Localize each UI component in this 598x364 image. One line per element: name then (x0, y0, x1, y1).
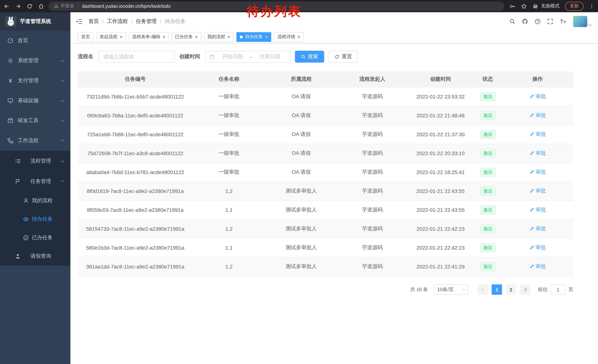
cell-status: 激活 (473, 257, 502, 276)
close-icon[interactable]: × (162, 34, 165, 39)
breadcrumb-task-mgmt[interactable]: 任务管理 (136, 18, 157, 25)
close-icon[interactable]: × (265, 34, 268, 39)
cell-task-name: 1.2 (193, 219, 265, 238)
cell-task-name: 一级审批 (193, 87, 265, 106)
security-warning[interactable]: 不安全 (54, 3, 74, 9)
search-button[interactable]: 搜索 (295, 51, 324, 63)
sidebar-item-my-process[interactable]: 我的流程 (0, 191, 70, 210)
sidebar-item-workflow[interactable]: 工作流程 (0, 131, 70, 151)
cell-starter: 芋道源码 (337, 144, 407, 163)
col-task-id: 任务编号 (78, 72, 193, 87)
warning-icon (54, 4, 58, 8)
breadcrumb-workflow[interactable]: 工作流程 (107, 18, 128, 25)
topbar-actions (509, 16, 591, 27)
cell-task-id: 58154733-7ac8-11ec-a9e2-a2380e71991a (78, 219, 193, 238)
breadcrumb-home[interactable]: 首页 (89, 18, 99, 25)
incognito-icon (532, 3, 538, 9)
edit-icon (529, 132, 534, 137)
close-icon[interactable]: × (298, 34, 300, 39)
table-row: 8f0d1619-7ac8-11ec-a9e2-a2380e71991a 1.2… (78, 182, 573, 201)
sidebar-item-home[interactable]: 首页 (0, 31, 70, 51)
close-icon[interactable]: × (195, 34, 198, 39)
list-icon (15, 158, 21, 164)
bookmark-star-icon[interactable] (521, 3, 527, 9)
fullscreen-icon[interactable] (547, 18, 553, 24)
github-icon[interactable] (522, 18, 528, 24)
workflow-icon (8, 138, 13, 144)
help-icon[interactable] (535, 18, 540, 24)
goto-page-input[interactable] (551, 284, 565, 295)
sidebar-item-task-mgmt[interactable]: 任务管理 (0, 171, 70, 191)
approve-link[interactable]: 审批 (529, 244, 546, 251)
page-size-select[interactable]: 10条/页 (434, 284, 468, 295)
cell-status: 激活 (473, 182, 502, 201)
sidebar-item-devtools[interactable]: 研发工具 (0, 111, 70, 131)
password-key-icon[interactable] (509, 3, 515, 9)
chevron-up-icon (61, 180, 64, 184)
approve-link[interactable]: 审批 (529, 150, 546, 157)
prev-page-button[interactable] (478, 284, 488, 295)
breadcrumb-separator (160, 18, 162, 24)
monitor-icon (8, 98, 13, 104)
page-button-2[interactable]: 2 (506, 284, 516, 295)
process-name-input[interactable] (99, 51, 175, 63)
home-icon[interactable] (38, 3, 44, 9)
cell-task-id: a6aba0a4-7b6d-11ec-b781-acde48001122 (78, 163, 193, 182)
close-icon[interactable]: × (120, 34, 123, 39)
status-badge: 激活 (480, 111, 496, 120)
logo[interactable]: 芋道管理系统 (0, 12, 70, 31)
font-size-icon[interactable] (560, 18, 566, 24)
tab-home[interactable]: 首页 (78, 32, 93, 42)
cell-status: 激活 (473, 87, 502, 106)
date-range-picker[interactable]: 开始日期 - 结束日期 (205, 51, 291, 63)
forward-icon[interactable] (15, 3, 21, 9)
update-button[interactable]: 更新 (565, 2, 583, 11)
table-row: 75d72608-7b7f-11ec-a3c8-acde48001122 一级审… (78, 144, 573, 163)
breadcrumb-separator (131, 18, 133, 24)
sidebar-item-leave-query[interactable]: 请假查询 (0, 247, 70, 266)
start-date-placeholder[interactable]: 开始日期 (216, 53, 249, 60)
page-button-1[interactable]: 1 (492, 284, 502, 295)
approve-link[interactable]: 审批 (529, 207, 546, 213)
tab-start-process[interactable]: 发起流程× (96, 32, 126, 42)
close-icon[interactable]: × (227, 34, 230, 39)
next-page-button[interactable] (520, 284, 530, 295)
approve-link[interactable]: 审批 (529, 226, 546, 232)
approve-link[interactable]: 审批 (529, 188, 546, 194)
search-icon[interactable] (509, 18, 515, 24)
cell-action: 审批 (502, 257, 573, 276)
tab-process-detail[interactable]: 流程详情× (274, 32, 304, 42)
approve-link[interactable]: 审批 (529, 112, 546, 119)
reload-icon[interactable] (27, 3, 33, 9)
browser-menu-icon[interactable] (589, 4, 594, 9)
sidebar-item-infrastructure[interactable]: 基础设施 (0, 91, 70, 111)
chevron-down-icon (61, 118, 64, 122)
tab-form-edit[interactable]: 流程表单-编辑× (129, 32, 169, 42)
logo-title: 芋道管理系统 (20, 18, 51, 25)
tab-done-task[interactable]: 已办任务× (172, 32, 201, 42)
breadcrumb: 首页 工作流程 任务管理 待办任务 (89, 18, 185, 25)
cell-status: 激活 (473, 144, 502, 163)
sidebar-item-system[interactable]: 系统管理 (0, 51, 70, 71)
back-icon[interactable] (4, 3, 10, 9)
edit-icon (529, 170, 534, 175)
sidebar-item-done-task[interactable]: 已办任务 (0, 228, 70, 247)
tab-todo-task[interactable]: 待办任务× (237, 32, 271, 42)
tags-view: 首页 发起流程× 流程表单-编辑× 已办任务× 我的流程× 待办任务× 流程详情… (70, 31, 598, 43)
tab-my-process[interactable]: 我的流程× (204, 32, 234, 42)
approve-link[interactable]: 审批 (529, 169, 546, 176)
user-avatar[interactable] (573, 16, 591, 27)
cell-starter: 芋道源码 (337, 125, 407, 144)
approve-link[interactable]: 审批 (529, 131, 546, 138)
sidebar-toggle-icon[interactable] (76, 18, 83, 25)
end-date-placeholder[interactable]: 结束日期 (254, 53, 286, 60)
approve-link[interactable]: 审批 (529, 263, 546, 270)
approve-link[interactable]: 审批 (529, 93, 546, 100)
calendar-icon (209, 54, 215, 59)
reset-button[interactable]: 重置 (329, 51, 358, 63)
sidebar-item-payment[interactable]: ¥ 支付管理 (0, 71, 70, 91)
cell-action: 审批 (502, 238, 573, 257)
cell-task-id: 725a1eb6-7b88-11ec-8ef0-acde48001122 (78, 125, 193, 144)
sidebar-item-process-mgmt[interactable]: 流程管理 (0, 151, 70, 171)
sidebar-item-todo-task[interactable]: 待办任务 (0, 210, 70, 228)
